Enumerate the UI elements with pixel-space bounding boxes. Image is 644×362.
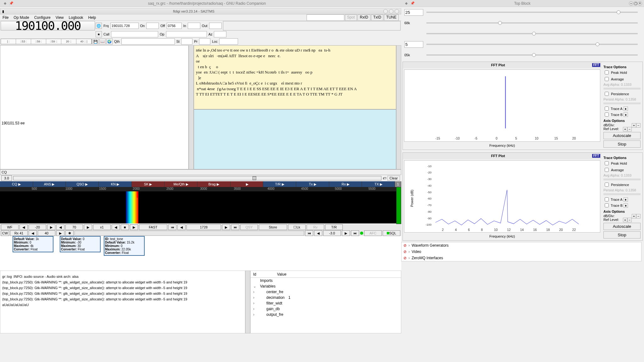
tx-text[interactable]	[194, 109, 396, 170]
grc-block[interactable]: Default Value: 0Minimum: -30Maximum: 30C…	[60, 236, 101, 252]
skip-fwd-icon[interactable]: ⏭	[231, 224, 239, 230]
tree-item[interactable]: ›decimation1	[251, 295, 401, 300]
autoscale-button[interactable]: Autoscale	[603, 223, 641, 230]
plus-icon[interactable]: +	[623, 218, 627, 222]
scrollbar[interactable]	[189, 45, 194, 169]
prev-icon[interactable]: ◀	[177, 224, 186, 230]
tr-button[interactable]: T/R	[325, 224, 343, 230]
peak-hold-checkbox[interactable]: Peak Hold	[603, 69, 641, 75]
average-checkbox[interactable]: Average	[603, 76, 641, 82]
clear-button[interactable]: Clear	[387, 176, 400, 181]
next-icon[interactable]: ▶	[222, 224, 230, 230]
average-checkbox[interactable]: Average	[603, 167, 641, 173]
tree-item[interactable]: ›output_fre	[251, 312, 401, 317]
macro-brag[interactable]: Brag▶	[197, 181, 230, 187]
trace-b[interactable]: Trace B ♦	[603, 202, 641, 208]
left2-icon[interactable]: ◀	[56, 224, 64, 230]
trace-a[interactable]: Trace A ♦	[603, 196, 641, 202]
slider-3[interactable]	[426, 44, 638, 45]
macro-sk[interactable]: SK▶	[132, 181, 165, 187]
slider-value-0[interactable]	[404, 9, 423, 16]
rx-bw[interactable]: Rx 41	[10, 230, 28, 236]
tune-button[interactable]: TUNE	[384, 14, 399, 21]
trace-a[interactable]: Trace A ♦	[603, 106, 641, 112]
globe-icon[interactable]: 🌐	[96, 23, 102, 29]
sql-button[interactable]: SQL	[383, 230, 400, 236]
macro-rx[interactable]: Rx▶	[329, 181, 362, 187]
off-input[interactable]	[167, 23, 182, 29]
macro-cq[interactable]: CQ▶	[0, 181, 33, 187]
dec-icon[interactable]: ◀	[29, 230, 37, 236]
plus-icon[interactable]: +	[632, 214, 636, 218]
inc-icon[interactable]: ▶	[56, 230, 64, 236]
pr-input[interactable]	[199, 38, 210, 45]
restore-icon[interactable]: ◆	[3, 1, 8, 6]
star-icon[interactable]: ★	[96, 31, 102, 37]
fft2-plot[interactable]: Power (dB) -10-20-30-40-50-60-70-80-90-1…	[404, 160, 600, 233]
r2-icon[interactable]: ⏭	[351, 230, 359, 236]
max-icon[interactable]: ▢	[633, 1, 638, 6]
menu-help[interactable]: Help	[88, 15, 96, 20]
minus-icon[interactable]: −	[627, 127, 632, 131]
right-icon[interactable]: ▶	[47, 224, 55, 230]
store-button[interactable]: Store	[259, 224, 287, 230]
slider-0[interactable]	[426, 12, 638, 13]
wpm-slider[interactable]	[13, 176, 381, 180]
block-tree-item[interactable]: ⊘›Waveform Generators	[402, 242, 641, 249]
macro-t/r[interactable]: T/R▶	[263, 181, 296, 187]
cw-mode[interactable]: CW	[1, 230, 9, 236]
wf-v1[interactable]: -20	[29, 224, 46, 230]
peak-hold-checkbox[interactable]: Peak Hold	[603, 160, 641, 166]
block-tree-item[interactable]: ⊘›Video	[402, 249, 641, 255]
grc-block[interactable]: ID: test_toneDefault Value: 15.2kMinimum…	[104, 236, 145, 256]
close-icon[interactable]	[395, 9, 399, 14]
close-icon-2[interactable]: ×	[638, 1, 642, 6]
left-icon[interactable]: ◀	[19, 224, 28, 230]
menu-file[interactable]: File	[3, 15, 8, 20]
world-icon[interactable]: 🌍	[106, 38, 113, 45]
macro-page[interactable]: 1	[395, 181, 401, 187]
book-icon[interactable]: 📖	[99, 38, 106, 45]
db-val[interactable]: -3.0	[323, 230, 341, 236]
macro-tx[interactable]: Tx▶	[296, 181, 329, 187]
notes-input[interactable]	[223, 21, 401, 30]
wf-button[interactable]: WF	[1, 224, 19, 230]
frequency-display[interactable]: 190100.000	[1, 21, 95, 30]
qth-input[interactable]	[121, 38, 175, 45]
slider-4[interactable]	[426, 54, 638, 56]
macro-blank[interactable]: ▶	[230, 181, 264, 187]
rxid-button[interactable]: RxID	[358, 14, 370, 21]
st-input[interactable]	[181, 38, 192, 45]
min-icon[interactable]: –	[629, 1, 633, 6]
stop-button[interactable]: Stop	[603, 231, 641, 239]
autoscale-button[interactable]: Autoscale	[603, 132, 641, 139]
fft1-plot[interactable]: -15-10-5 0510 1520	[404, 69, 600, 142]
avg-slider[interactable]	[603, 178, 641, 180]
slider-value-3[interactable]	[404, 41, 423, 48]
console[interactable]: gr::log :INFO: audio source - Audio sink…	[0, 271, 245, 333]
lk-button[interactable]: ☐ Lk	[288, 224, 306, 230]
wf-v2[interactable]: 70	[65, 224, 83, 230]
pin-icon-2[interactable]: 📌	[410, 1, 415, 6]
waterfall[interactable]	[0, 191, 396, 223]
call-input[interactable]	[111, 31, 158, 37]
block-tree-item[interactable]: ⊘›ZeroMQ Interfaces	[402, 255, 641, 261]
spot-button[interactable]: Spot	[345, 14, 357, 21]
txid-button[interactable]: TxID	[371, 14, 383, 21]
rv-button[interactable]: Rv	[307, 224, 324, 230]
persist-slider[interactable]	[603, 193, 641, 195]
persistence-checkbox[interactable]: Persistence	[603, 182, 641, 188]
in-input[interactable]	[188, 23, 200, 29]
play-icon[interactable]: ▶	[130, 224, 138, 230]
qsy-button[interactable]: QSY	[240, 224, 258, 230]
plus-icon[interactable]: +	[632, 123, 636, 128]
macro-qso[interactable]: QSO▶	[66, 181, 99, 187]
block-tree[interactable]: ⊘›Waveform Generators⊘›Video⊘›ZeroMQ Int…	[401, 242, 641, 261]
grc-block[interactable]: Default Value: 1kMinimum: 0Maximum: 4kCo…	[13, 236, 53, 252]
scrollbar-2[interactable]	[396, 45, 401, 169]
op-input[interactable]	[166, 31, 207, 37]
tree-item[interactable]: ›gain_db	[251, 306, 401, 312]
minus-icon[interactable]: −	[627, 218, 632, 222]
fft-badge[interactable]: FFT	[592, 63, 600, 67]
macro-ans[interactable]: ANS▶	[33, 181, 66, 187]
